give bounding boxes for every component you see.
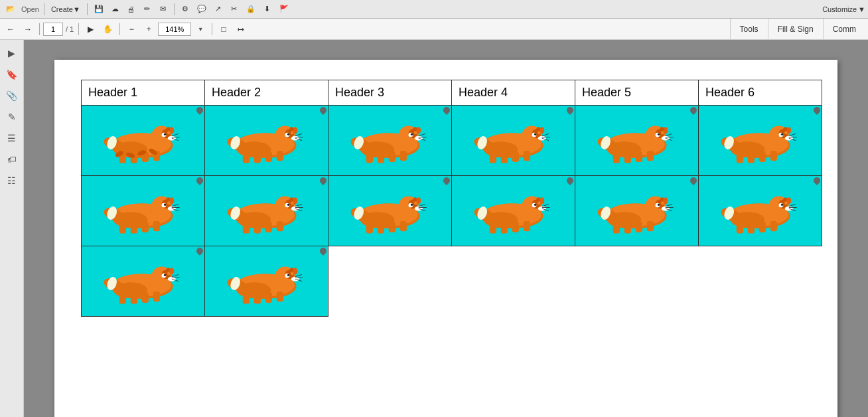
select-tool-btn[interactable]: ▶	[82, 21, 98, 37]
svg-rect-293	[254, 295, 261, 304]
save-icon[interactable]: 💾	[91, 2, 107, 17]
svg-rect-211	[524, 221, 530, 231]
svg-point-76	[534, 133, 536, 135]
table-cell	[328, 176, 452, 246]
download-icon[interactable]: ⬇	[260, 2, 275, 17]
fox-image-cell	[452, 106, 575, 175]
upload-icon[interactable]: ☁	[108, 2, 123, 17]
sidebar-paperclip-icon[interactable]: 📎	[3, 86, 21, 105]
table-cell-empty	[575, 246, 699, 317]
back-btn[interactable]: ←	[3, 21, 19, 37]
table-cell-empty	[699, 246, 822, 317]
fox-image-cell	[205, 246, 328, 316]
zoom-in-btn[interactable]: +	[141, 21, 157, 37]
svg-point-77	[538, 136, 546, 141]
fox-svg	[575, 176, 698, 246]
lock-icon[interactable]: 🔒	[243, 2, 259, 17]
table-cell-empty	[452, 246, 575, 317]
pdf-table: Header 1 Header 2 Header 3 Header 4 Head…	[81, 80, 822, 317]
fill-sign-btn[interactable]: Fill & Sign	[768, 19, 823, 39]
header-4: Header 4	[452, 80, 575, 106]
svg-rect-189	[389, 222, 396, 232]
svg-point-223	[658, 204, 660, 206]
hand-tool-btn[interactable]: ✋	[100, 21, 116, 37]
table-cell-empty	[328, 246, 452, 317]
svg-rect-294	[265, 293, 272, 303]
nav-sep-4	[212, 23, 212, 35]
fit-page-btn[interactable]: □	[216, 21, 232, 37]
svg-rect-84	[512, 152, 519, 162]
zoom-input[interactable]	[158, 23, 191, 36]
svg-point-244	[781, 204, 783, 206]
svg-rect-295	[277, 292, 283, 301]
sidebar-layers-icon[interactable]: ☰	[3, 129, 21, 147]
svg-rect-127	[770, 151, 777, 161]
table-cell	[575, 176, 699, 246]
flag-icon[interactable]: 🚩	[276, 2, 292, 17]
fox-svg	[328, 106, 451, 175]
svg-rect-62	[378, 154, 384, 163]
svg-rect-148	[153, 221, 160, 231]
fox-svg	[452, 176, 575, 246]
svg-point-286	[287, 274, 289, 276]
comment-icon[interactable]: 💬	[194, 2, 210, 17]
tools-btn[interactable]: Tools	[730, 19, 768, 39]
table-cell	[452, 106, 575, 176]
page-number-input[interactable]	[43, 23, 63, 36]
sidebar-tag-icon[interactable]: 🏷	[3, 150, 21, 169]
sidebar-cursor-icon[interactable]: ▶	[3, 44, 21, 62]
svg-rect-83	[501, 154, 508, 163]
fox-svg	[205, 106, 328, 175]
settings-icon[interactable]: ⚙	[178, 2, 192, 17]
svg-rect-63	[389, 152, 396, 162]
svg-rect-169	[277, 221, 283, 231]
svg-point-74	[540, 127, 544, 133]
nav-sep-2	[78, 23, 79, 35]
svg-rect-230	[624, 224, 631, 234]
svg-point-200	[540, 197, 544, 204]
open-icon[interactable]: 📂	[3, 2, 19, 17]
sidebar-pen-icon[interactable]: ✎	[3, 108, 21, 126]
create-btn[interactable]: Create ▼	[48, 2, 84, 17]
forward-btn[interactable]: →	[20, 21, 36, 37]
svg-rect-252	[759, 222, 766, 232]
fit-width-btn[interactable]: ↦	[233, 21, 249, 37]
svg-point-140	[168, 207, 176, 211]
fox-image-cell	[205, 106, 328, 175]
zoom-out-btn[interactable]: −	[123, 21, 139, 37]
svg-rect-231	[636, 222, 642, 232]
comm-btn[interactable]: Comm	[823, 19, 865, 39]
fox-svg	[82, 246, 204, 316]
customize-btn[interactable]: Customize ▼	[822, 5, 865, 13]
svg-point-160	[287, 204, 289, 206]
table-cell	[205, 176, 328, 246]
svg-point-203	[538, 207, 546, 211]
svg-rect-42	[265, 152, 272, 162]
fox-image-cell	[82, 246, 204, 316]
svg-point-202	[534, 204, 536, 206]
svg-rect-103	[613, 153, 620, 163]
svg-point-265	[164, 274, 166, 276]
table-cell	[328, 106, 452, 176]
sidebar-bookmark-icon[interactable]: 🔖	[3, 65, 21, 84]
header-3: Header 3	[328, 80, 452, 106]
edit-icon[interactable]: ✏	[140, 2, 155, 17]
svg-point-98	[662, 136, 670, 141]
crop-icon[interactable]: ✂	[227, 2, 242, 17]
nav-sep-3	[119, 23, 120, 35]
svg-point-97	[658, 133, 660, 135]
print-icon[interactable]: 🖨	[124, 2, 139, 17]
share-icon[interactable]: ↗	[211, 2, 226, 17]
svg-rect-190	[400, 221, 407, 231]
svg-point-32	[293, 127, 297, 133]
fox-image-cell	[699, 176, 822, 246]
svg-point-137	[169, 197, 174, 204]
zoom-dropdown-btn[interactable]: ▼	[192, 21, 208, 37]
fox-image-cell	[82, 106, 204, 175]
sidebar-grid-icon[interactable]: ☷	[3, 171, 21, 190]
svg-rect-145	[119, 223, 126, 233]
svg-rect-125	[748, 154, 755, 163]
table-cell	[699, 106, 822, 176]
mail-icon[interactable]: ✉	[156, 2, 171, 17]
svg-rect-187	[366, 223, 373, 233]
